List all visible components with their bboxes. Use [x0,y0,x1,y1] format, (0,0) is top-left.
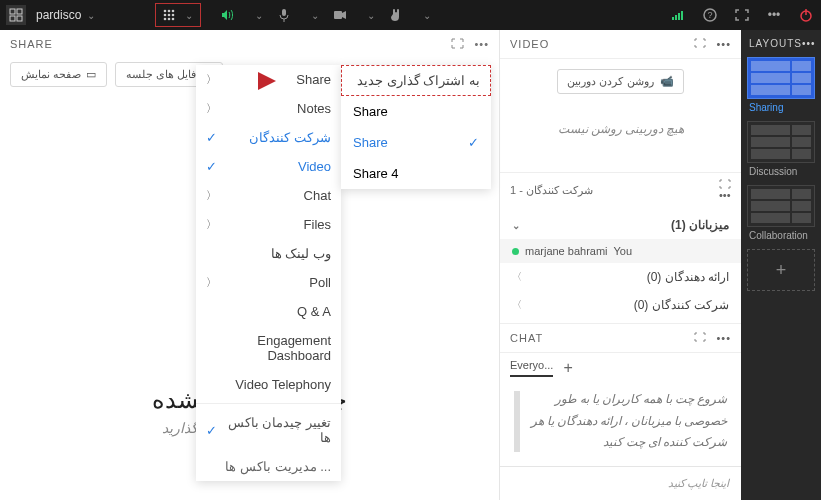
svg-rect-17 [678,13,680,20]
more-icon[interactable]: ••• [716,332,731,344]
signal-icon[interactable] [669,9,687,21]
camera-icon[interactable] [331,10,349,20]
add-layout-button[interactable]: + [747,249,815,291]
chat-header: CHAT [510,332,543,344]
svg-rect-3 [17,16,22,21]
layout-discussion[interactable]: Discussion [747,121,815,177]
svg-point-10 [164,18,167,21]
arrow-indicator-icon [258,72,276,90]
chevron-down-icon[interactable]: ⌄ [423,10,431,21]
submenu-item[interactable]: Share✓ [341,127,491,158]
video-header: VIDEO [510,38,549,50]
svg-point-4 [164,10,167,13]
fullscreen-icon[interactable] [719,179,731,189]
svg-point-9 [172,14,175,17]
more-icon[interactable]: ••• [716,38,731,50]
chat-tab-everyone[interactable]: Everyo... [510,359,553,377]
more-icon[interactable]: ••• [765,8,783,22]
svg-point-7 [164,14,167,17]
fullscreen-icon[interactable] [694,38,706,50]
layout-sharing[interactable]: Sharing [747,57,815,113]
svg-rect-1 [17,9,22,14]
attendees-title: شرکت کنندگان [526,184,593,196]
svg-rect-2 [10,16,15,21]
chevron-right-icon: 〉 [512,270,522,284]
svg-point-11 [168,18,171,21]
pods-menu-button[interactable]: ⌄ [155,3,201,27]
app-logo[interactable] [6,5,26,25]
status-dot-icon [512,248,519,255]
attendees-presenters-group[interactable]: ارائه دهندگان (0)〉 [500,263,741,291]
svg-rect-18 [681,11,683,20]
submenu-new-share[interactable]: به اشتراک گذاری جدید [341,65,491,96]
svg-point-12 [172,18,175,21]
fullscreen-icon[interactable] [694,332,706,344]
menu-item-video[interactable]: ✓Video [196,152,341,181]
fullscreen-icon[interactable] [733,9,751,21]
chevron-down-icon[interactable]: ⌄ [367,10,375,21]
start-camera-button[interactable]: 📹روشن کردن دوربین [557,69,683,94]
chevron-down-icon: ⌄ [512,220,520,231]
svg-rect-14 [334,11,342,19]
svg-point-5 [168,10,171,13]
video-empty-message: هیچ دوربینی روشن نیست [510,122,731,137]
menu-item-notes[interactable]: 〉Notes [196,94,341,123]
svg-rect-0 [10,9,15,14]
microphone-icon[interactable] [275,8,293,22]
attendee-row[interactable]: marjane bahrami You [500,239,741,263]
more-icon[interactable]: ••• [719,189,731,201]
more-icon[interactable]: ••• [802,38,816,49]
svg-point-6 [172,10,175,13]
svg-text:?: ? [707,10,712,20]
menu-item-weblinks[interactable]: وب لینک ها [196,239,341,268]
screen-icon: ▭ [86,68,96,81]
menu-item-manage-pods[interactable]: مدیریت باکس ها ... [196,452,341,481]
menu-item-poll[interactable]: 〉Poll [196,268,341,297]
speaker-icon[interactable] [219,9,237,21]
more-icon[interactable]: ••• [474,38,489,50]
menu-item-attendees[interactable]: ✓شرکت کنندگان [196,123,341,152]
share-submenu: به اشتراک گذاری جدید Share Share✓ Share … [341,65,491,189]
chevron-down-icon[interactable]: ⌄ [87,10,95,21]
share-header: SHARE [10,38,53,50]
add-tab-button[interactable]: + [563,359,572,377]
menu-item-engagement[interactable]: Engagement Dashboard [196,326,341,370]
svg-point-8 [168,14,171,17]
power-icon[interactable] [797,8,815,22]
camera-icon: 📹 [660,75,674,88]
menu-item-chat[interactable]: 〉Chat [196,181,341,210]
attendees-participants-group[interactable]: شرکت کنندگان (0)〉 [500,291,741,319]
chevron-down-icon[interactable]: ⌄ [311,10,319,21]
layout-collaboration[interactable]: Collaboration [747,185,815,241]
chat-input[interactable]: اینجا تایپ کنید [500,466,741,500]
menu-item-qa[interactable]: Q & A [196,297,341,326]
menu-item-reset-layout[interactable]: ✓تغییر چیدمان باکس ها [196,408,341,452]
layouts-header: LAYOUTS [749,38,802,49]
app-name[interactable]: pardisco [36,8,81,22]
tab-screen[interactable]: ▭صفحه نمایش [10,62,107,87]
fullscreen-icon[interactable] [451,38,464,50]
raise-hand-icon[interactable] [387,8,405,22]
chevron-down-icon[interactable]: ⌄ [255,10,263,21]
chevron-right-icon: 〉 [512,298,522,312]
check-icon: ✓ [468,135,479,150]
svg-rect-13 [282,9,286,16]
svg-rect-16 [675,15,677,20]
pods-dropdown: 〉Share 〉Notes ✓شرکت کنندگان ✓Video 〉Chat… [196,65,341,481]
chat-empty-message: شروع چت با همه کاربران یا به طور خصوصی ب… [500,377,741,466]
help-icon[interactable]: ? [701,8,719,22]
svg-rect-15 [672,17,674,20]
attendees-hosts-group[interactable]: میزبانان (1)⌄ [500,211,741,239]
submenu-item[interactable]: Share [341,96,491,127]
submenu-item[interactable]: Share 4 [341,158,491,189]
menu-item-telephony[interactable]: Video Telephony [196,370,341,399]
menu-item-files[interactable]: 〉Files [196,210,341,239]
